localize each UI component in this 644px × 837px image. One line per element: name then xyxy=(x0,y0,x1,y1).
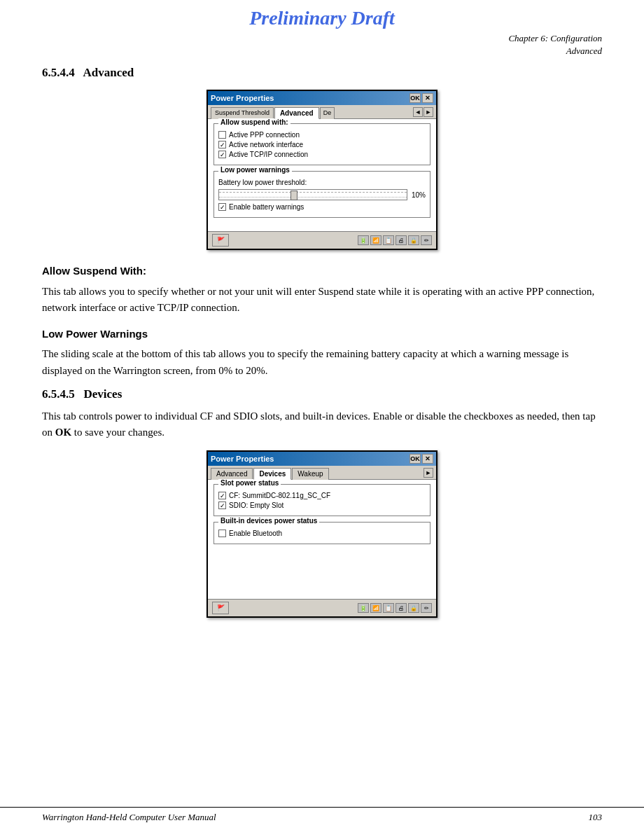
titlebar-buttons-2: OK ✕ xyxy=(410,454,433,464)
checkbox-ppp-label: Active PPP connection xyxy=(229,131,300,139)
low-power-heading: Low Power Warnings xyxy=(42,326,602,342)
checkbox-tcpip-box[interactable] xyxy=(218,151,226,158)
taskbar-icon-2: 📶 xyxy=(370,235,382,245)
taskbar-icons-1: 🔋 📶 📋 🖨 🔒 ✏ xyxy=(358,235,432,245)
dialog-taskbar-2: 🚩 🔋 📶 📋 🖨 🔒 ✏ xyxy=(208,599,436,616)
ok-button-1[interactable]: OK xyxy=(410,93,421,103)
battery-label: Battery low power threshold: xyxy=(218,179,426,186)
builtin-power-group: Built-in devices power status Enable Blu… xyxy=(214,522,430,544)
devices-ok-bold: OK xyxy=(55,427,71,438)
section-645-heading: 6.5.4.5 Devices xyxy=(42,387,644,401)
power-properties-dialog-2: Power Properties OK ✕ Advanced Devices W… xyxy=(206,450,438,618)
checkbox-bluetooth-box[interactable] xyxy=(218,530,226,537)
close-button-2[interactable]: ✕ xyxy=(422,454,433,464)
close-button-1[interactable]: ✕ xyxy=(422,93,433,103)
dialog-titlebar-2: Power Properties OK ✕ xyxy=(208,452,436,466)
tab-de[interactable]: De xyxy=(320,107,335,119)
taskbar-icons-2: 🔋 📶 📋 🖨 🔒 ✏ xyxy=(358,603,432,613)
checkbox-cf-label: CF: SummitDC-802.11g_SC_CF xyxy=(229,492,330,499)
taskbar-icon-4: 🖨 xyxy=(396,235,407,245)
checkbox-battery-warnings: Enable battery warnings xyxy=(218,203,426,211)
start-button-1[interactable]: 🚩 xyxy=(212,234,229,247)
dialog-taskbar-1: 🚩 🔋 📶 📋 🖨 🔒 ✏ xyxy=(208,231,436,249)
start-button-2[interactable]: 🚩 xyxy=(212,602,229,614)
footer-right: 103 xyxy=(589,812,603,823)
devices-para: This tab controls power to individual CF… xyxy=(42,408,602,441)
footer-left: Warrington Hand-Held Computer User Manua… xyxy=(42,812,216,823)
taskbar-icon-d5: 🔒 xyxy=(408,603,419,613)
tab-suspend-threshold[interactable]: Suspend Threshold xyxy=(211,107,274,119)
tab-nav-right-2[interactable]: ► xyxy=(424,468,433,478)
checkbox-bluetooth-label: Enable Bluetooth xyxy=(229,530,282,537)
devices-text-after: to save your changes. xyxy=(71,427,164,438)
checkbox-ppp: Active PPP connection xyxy=(218,131,426,139)
tab-wakeup[interactable]: Wakeup xyxy=(292,468,328,480)
allow-suspend-group: Allow suspend with: Active PPP connectio… xyxy=(214,123,430,165)
tab-nav-1: ◄ ► xyxy=(413,106,433,118)
slot-power-title: Slot power status xyxy=(218,479,281,487)
screenshot-devices: Power Properties OK ✕ Advanced Devices W… xyxy=(0,450,644,618)
allow-suspend-text: This tab allows you to specify whether o… xyxy=(42,284,602,317)
dialog-title-2: Power Properties xyxy=(211,455,274,463)
taskbar-icon-3: 📋 xyxy=(383,235,394,245)
checkbox-battery-box[interactable] xyxy=(218,203,226,211)
taskbar-icon-d4: 🖨 xyxy=(396,603,407,613)
checkbox-battery-label: Enable battery warnings xyxy=(229,203,304,211)
slot-power-group: Slot power status CF: SummitDC-802.11g_S… xyxy=(214,484,430,516)
power-properties-dialog-1: Power Properties OK ✕ Suspend Threshold … xyxy=(206,90,438,250)
titlebar-buttons-1: OK ✕ xyxy=(410,93,433,103)
checkbox-network: Active network interface xyxy=(218,141,426,148)
checkbox-network-label: Active network interface xyxy=(229,141,303,148)
slider-area: 10% xyxy=(218,189,426,200)
taskbar-icon-d1: 🔋 xyxy=(358,603,369,613)
section-644-heading: 6.5.4.4 Advanced xyxy=(42,66,644,80)
taskbar-icon-d6: ✏ xyxy=(421,603,432,613)
dialog-content-1: Allow suspend with: Active PPP connectio… xyxy=(208,119,436,231)
low-power-title: Low power warnings xyxy=(218,166,292,174)
tab-advanced[interactable]: Advanced xyxy=(274,107,319,119)
slider-track[interactable] xyxy=(218,189,407,200)
dialog-title-1: Power Properties xyxy=(211,94,274,102)
builtin-power-title: Built-in devices power status xyxy=(218,517,319,525)
screenshot-advanced: Power Properties OK ✕ Suspend Threshold … xyxy=(0,90,644,250)
dialog-titlebar-1: Power Properties OK ✕ xyxy=(208,91,436,105)
checkbox-ppp-box[interactable] xyxy=(218,131,226,139)
checkbox-bluetooth: Enable Bluetooth xyxy=(218,530,426,537)
checkbox-cf-box[interactable] xyxy=(218,492,226,499)
allow-suspend-title: Allow suspend with: xyxy=(218,118,290,126)
dialog-content-2: Slot power status CF: SummitDC-802.11g_S… xyxy=(208,480,436,599)
slider-percent: 10% xyxy=(412,191,426,199)
page-header: Preliminary Draft Chapter 6: Configurati… xyxy=(0,0,644,57)
tab-nav-right[interactable]: ► xyxy=(424,107,433,117)
tab-advanced-2[interactable]: Advanced xyxy=(211,468,253,480)
page-title: Preliminary Draft xyxy=(249,7,395,29)
content-area-1: Allow Suspend With: This tab allows you … xyxy=(42,263,602,379)
checkbox-network-box[interactable] xyxy=(218,141,226,148)
dialog-tabs-1: Suspend Threshold Advanced De ◄ ► xyxy=(208,105,436,119)
taskbar-icon-d3: 📋 xyxy=(383,603,394,613)
checkbox-sdio-label: SDIO: Empty Slot xyxy=(229,501,284,509)
checkbox-sdio: SDIO: Empty Slot xyxy=(218,501,426,509)
checkbox-sdio-box[interactable] xyxy=(218,501,226,509)
dialog-tabs-2: Advanced Devices Wakeup ► xyxy=(208,466,436,480)
taskbar-icon-6: ✏ xyxy=(421,235,432,245)
page-footer: Warrington Hand-Held Computer User Manua… xyxy=(0,807,644,823)
low-power-text: The sliding scale at the bottom of this … xyxy=(42,346,602,379)
allow-suspend-heading: Allow Suspend With: xyxy=(42,263,602,279)
tab-devices[interactable]: Devices xyxy=(253,468,291,480)
checkbox-tcpip-label: Active TCP/IP connection xyxy=(229,151,308,158)
taskbar-icon-5: 🔒 xyxy=(408,235,419,245)
content-area-2: This tab controls power to individual CF… xyxy=(42,408,602,441)
checkbox-tcpip: Active TCP/IP connection xyxy=(218,151,426,158)
checkbox-cf: CF: SummitDC-802.11g_SC_CF xyxy=(218,492,426,499)
ok-button-2[interactable]: OK xyxy=(410,454,421,464)
taskbar-icon-1: 🔋 xyxy=(358,235,369,245)
tab-nav-2: ► xyxy=(424,467,433,479)
chapter-info: Chapter 6: Configuration Advanced xyxy=(0,32,644,57)
tab-nav-left[interactable]: ◄ xyxy=(413,107,423,117)
taskbar-icon-d2: 📶 xyxy=(370,603,382,613)
low-power-group: Low power warnings Battery low power thr… xyxy=(214,171,430,218)
